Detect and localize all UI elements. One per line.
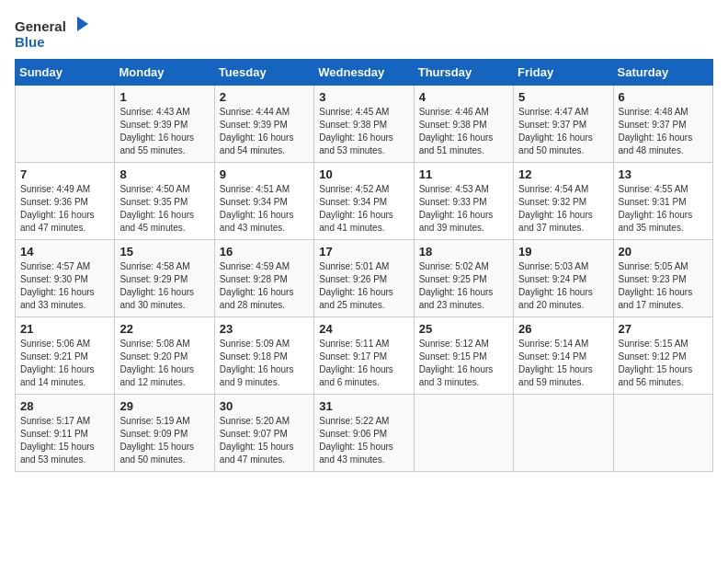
calendar-cell: 31Sunrise: 5:22 AM Sunset: 9:06 PM Dayli… [314, 395, 414, 472]
calendar-cell: 4Sunrise: 4:46 AM Sunset: 9:38 PM Daylig… [414, 86, 513, 163]
calendar-cell: 30Sunrise: 5:20 AM Sunset: 9:07 PM Dayli… [214, 395, 313, 472]
day-info: Sunrise: 5:22 AM Sunset: 9:06 PM Dayligh… [319, 415, 408, 466]
day-number: 18 [419, 245, 508, 259]
header: GeneralBlue [15, 15, 713, 52]
week-row-5: 28Sunrise: 5:17 AM Sunset: 9:11 PM Dayli… [16, 395, 713, 472]
day-info: Sunrise: 5:17 AM Sunset: 9:11 PM Dayligh… [20, 415, 109, 466]
day-header-saturday: Saturday [613, 60, 712, 86]
logo: GeneralBlue [15, 15, 97, 52]
day-info: Sunrise: 4:58 AM Sunset: 9:29 PM Dayligh… [119, 260, 209, 312]
day-info: Sunrise: 4:44 AM Sunset: 9:39 PM Dayligh… [220, 106, 309, 157]
day-number: 25 [419, 322, 508, 336]
day-number: 7 [20, 167, 109, 181]
day-header-monday: Monday [115, 60, 214, 86]
day-number: 9 [220, 167, 309, 181]
calendar-cell: 12Sunrise: 4:54 AM Sunset: 9:32 PM Dayli… [514, 163, 613, 240]
calendar-cell: 6Sunrise: 4:48 AM Sunset: 9:37 PM Daylig… [613, 86, 712, 163]
day-info: Sunrise: 5:01 AM Sunset: 9:26 PM Dayligh… [319, 260, 408, 312]
calendar-cell [16, 86, 115, 163]
calendar-cell: 10Sunrise: 4:52 AM Sunset: 9:34 PM Dayli… [314, 163, 414, 240]
day-info: Sunrise: 4:46 AM Sunset: 9:38 PM Dayligh… [419, 106, 508, 157]
week-row-2: 7Sunrise: 4:49 AM Sunset: 9:36 PM Daylig… [16, 163, 713, 240]
day-info: Sunrise: 5:08 AM Sunset: 9:20 PM Dayligh… [119, 338, 209, 389]
day-number: 11 [419, 167, 508, 181]
calendar-cell: 26Sunrise: 5:14 AM Sunset: 9:14 PM Dayli… [514, 317, 613, 395]
calendar-cell: 19Sunrise: 5:03 AM Sunset: 9:24 PM Dayli… [514, 240, 613, 317]
day-number: 8 [119, 167, 209, 181]
calendar-cell: 17Sunrise: 5:01 AM Sunset: 9:26 PM Dayli… [314, 240, 414, 317]
day-number: 12 [518, 167, 608, 181]
day-number: 20 [619, 245, 708, 259]
calendar-cell [414, 395, 513, 472]
day-info: Sunrise: 4:47 AM Sunset: 9:37 PM Dayligh… [518, 106, 608, 157]
week-row-4: 21Sunrise: 5:06 AM Sunset: 9:21 PM Dayli… [16, 317, 713, 395]
day-number: 4 [419, 90, 508, 104]
day-info: Sunrise: 4:49 AM Sunset: 9:36 PM Dayligh… [20, 183, 109, 235]
day-number: 28 [20, 399, 109, 413]
svg-text:Blue: Blue [15, 34, 45, 50]
day-info: Sunrise: 5:14 AM Sunset: 9:14 PM Dayligh… [518, 338, 608, 389]
day-header-thursday: Thursday [414, 60, 513, 86]
day-number: 31 [319, 399, 408, 413]
day-info: Sunrise: 5:11 AM Sunset: 9:17 PM Dayligh… [319, 338, 408, 389]
day-number: 22 [119, 322, 209, 336]
day-number: 17 [319, 245, 408, 259]
calendar-cell: 28Sunrise: 5:17 AM Sunset: 9:11 PM Dayli… [16, 395, 115, 472]
day-number: 24 [319, 322, 408, 336]
day-info: Sunrise: 5:03 AM Sunset: 9:24 PM Dayligh… [518, 260, 608, 312]
day-number: 21 [20, 322, 109, 336]
calendar-cell [514, 395, 613, 472]
day-info: Sunrise: 4:45 AM Sunset: 9:38 PM Dayligh… [319, 106, 408, 157]
calendar-cell: 27Sunrise: 5:15 AM Sunset: 9:12 PM Dayli… [613, 317, 712, 395]
calendar-cell: 9Sunrise: 4:51 AM Sunset: 9:34 PM Daylig… [214, 163, 313, 240]
calendar-cell: 14Sunrise: 4:57 AM Sunset: 9:30 PM Dayli… [16, 240, 115, 317]
day-info: Sunrise: 4:48 AM Sunset: 9:37 PM Dayligh… [619, 106, 708, 157]
calendar-table: SundayMondayTuesdayWednesdayThursdayFrid… [15, 59, 713, 472]
day-info: Sunrise: 5:19 AM Sunset: 9:09 PM Dayligh… [119, 415, 209, 466]
day-info: Sunrise: 4:53 AM Sunset: 9:33 PM Dayligh… [419, 183, 508, 235]
week-row-1: 1Sunrise: 4:43 AM Sunset: 9:39 PM Daylig… [16, 86, 713, 163]
day-header-sunday: Sunday [16, 60, 115, 86]
day-info: Sunrise: 4:57 AM Sunset: 9:30 PM Dayligh… [20, 260, 109, 312]
day-info: Sunrise: 5:09 AM Sunset: 9:18 PM Dayligh… [220, 338, 309, 389]
day-info: Sunrise: 5:02 AM Sunset: 9:25 PM Dayligh… [419, 260, 508, 312]
calendar-cell [613, 395, 712, 472]
day-number: 5 [518, 90, 608, 104]
day-info: Sunrise: 5:12 AM Sunset: 9:15 PM Dayligh… [419, 338, 508, 389]
page-container: GeneralBlue SundayMondayTuesdayWednesday… [15, 15, 713, 472]
calendar-cell: 13Sunrise: 4:55 AM Sunset: 9:31 PM Dayli… [613, 163, 712, 240]
day-info: Sunrise: 4:55 AM Sunset: 9:31 PM Dayligh… [619, 183, 708, 235]
day-number: 13 [619, 167, 708, 181]
day-number: 6 [619, 90, 708, 104]
calendar-cell: 29Sunrise: 5:19 AM Sunset: 9:09 PM Dayli… [115, 395, 214, 472]
day-number: 15 [119, 245, 209, 259]
day-number: 16 [220, 245, 309, 259]
day-number: 26 [518, 322, 608, 336]
calendar-cell: 22Sunrise: 5:08 AM Sunset: 9:20 PM Dayli… [115, 317, 214, 395]
day-info: Sunrise: 4:59 AM Sunset: 9:28 PM Dayligh… [220, 260, 309, 312]
day-info: Sunrise: 4:51 AM Sunset: 9:34 PM Dayligh… [220, 183, 309, 235]
day-info: Sunrise: 4:43 AM Sunset: 9:39 PM Dayligh… [119, 106, 209, 157]
day-info: Sunrise: 5:06 AM Sunset: 9:21 PM Dayligh… [20, 338, 109, 389]
day-info: Sunrise: 4:52 AM Sunset: 9:34 PM Dayligh… [319, 183, 408, 235]
day-number: 2 [220, 90, 309, 104]
svg-text:General: General [15, 18, 66, 34]
week-row-3: 14Sunrise: 4:57 AM Sunset: 9:30 PM Dayli… [16, 240, 713, 317]
day-number: 1 [119, 90, 209, 104]
calendar-cell: 21Sunrise: 5:06 AM Sunset: 9:21 PM Dayli… [16, 317, 115, 395]
calendar-cell: 18Sunrise: 5:02 AM Sunset: 9:25 PM Dayli… [414, 240, 513, 317]
logo-svg: GeneralBlue [15, 15, 97, 52]
day-number: 29 [119, 399, 209, 413]
calendar-cell: 5Sunrise: 4:47 AM Sunset: 9:37 PM Daylig… [514, 86, 613, 163]
day-number: 27 [619, 322, 708, 336]
day-number: 14 [20, 245, 109, 259]
calendar-cell: 24Sunrise: 5:11 AM Sunset: 9:17 PM Dayli… [314, 317, 414, 395]
day-info: Sunrise: 5:05 AM Sunset: 9:23 PM Dayligh… [619, 260, 708, 312]
day-header-friday: Friday [514, 60, 613, 86]
day-info: Sunrise: 4:50 AM Sunset: 9:35 PM Dayligh… [119, 183, 209, 235]
calendar-cell: 2Sunrise: 4:44 AM Sunset: 9:39 PM Daylig… [214, 86, 313, 163]
day-number: 3 [319, 90, 408, 104]
calendar-cell: 1Sunrise: 4:43 AM Sunset: 9:39 PM Daylig… [115, 86, 214, 163]
day-number: 19 [518, 245, 608, 259]
calendar-cell: 20Sunrise: 5:05 AM Sunset: 9:23 PM Dayli… [613, 240, 712, 317]
